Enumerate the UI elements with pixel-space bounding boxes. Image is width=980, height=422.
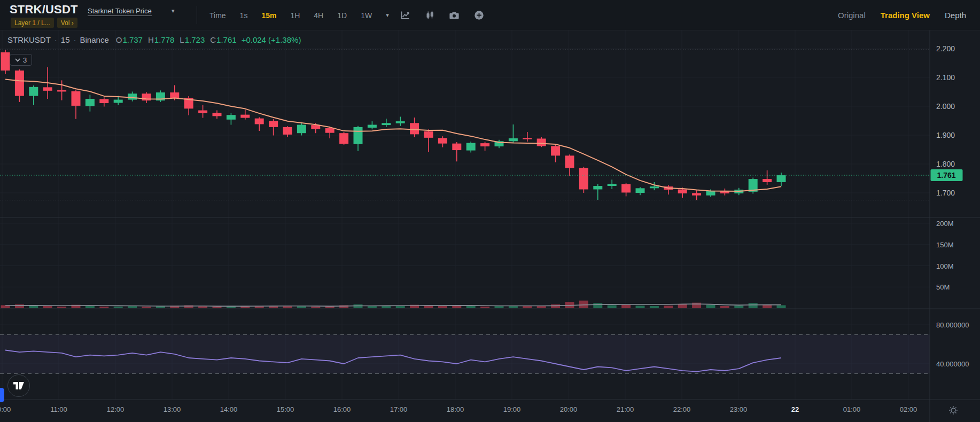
top-toolbar: STRK/USDT Starknet Token Price ▾ Layer 1… <box>0 0 980 30</box>
line-chart-icon[interactable] <box>400 10 410 21</box>
interval-4h[interactable]: 4H <box>314 11 323 20</box>
tradingview-logo-icon <box>13 381 25 390</box>
svg-text:16:00: 16:00 <box>333 405 351 413</box>
svg-text:21:00: 21:00 <box>617 405 634 413</box>
svg-text:12:00: 12:00 <box>107 405 125 413</box>
symbol-tag-1[interactable]: Vol › <box>57 18 77 28</box>
view-tab-trading-view[interactable]: Trading View <box>881 11 930 20</box>
indicator-count: 3 <box>23 56 27 64</box>
time-axis[interactable]: 10:0011:0012:0013:0014:0015:0016:0017:00… <box>0 405 917 413</box>
camera-icon[interactable] <box>449 10 460 21</box>
add-indicator-icon[interactable] <box>473 10 484 21</box>
svg-text:15:00: 15:00 <box>277 405 294 413</box>
svg-text:1.700: 1.700 <box>936 189 955 197</box>
interval-15m[interactable]: 15m <box>261 11 276 20</box>
svg-text:23:00: 23:00 <box>730 405 748 413</box>
svg-text:14:00: 14:00 <box>220 405 238 413</box>
symbol-tag-0[interactable]: Layer 1 / L... <box>11 18 54 28</box>
toolbar-divider <box>197 6 197 24</box>
symbol-tag-row: Layer 1 / L...Vol › <box>11 18 77 28</box>
interval-time[interactable]: Time <box>209 11 226 20</box>
interval-1d[interactable]: 1D <box>337 11 347 20</box>
price-chart-canvas[interactable]: 2.2002.1002.0001.9001.8001.700200M150M10… <box>0 0 980 422</box>
interval-1s[interactable]: 1s <box>240 11 248 20</box>
svg-text:200M: 200M <box>936 220 954 228</box>
indicators-collapse-badge[interactable]: 3 <box>10 54 32 66</box>
svg-text:1.800: 1.800 <box>936 160 955 168</box>
svg-text:150M: 150M <box>936 241 954 249</box>
svg-text:100M: 100M <box>936 262 954 270</box>
view-tab-depth[interactable]: Depth <box>945 11 966 20</box>
chart-tools <box>400 0 484 30</box>
svg-text:18:00: 18:00 <box>447 405 464 413</box>
view-tab-original[interactable]: Original <box>838 11 866 20</box>
last-price-tag: 1.761 <box>931 169 963 181</box>
symbol-subtitle-link[interactable]: Starknet Token Price <box>88 7 152 16</box>
price-axis[interactable]: 2.2002.1002.0001.9001.8001.700200M150M10… <box>936 44 969 368</box>
svg-text:1.761: 1.761 <box>937 171 955 179</box>
svg-text:1.900: 1.900 <box>936 131 955 139</box>
interval-selector: Time1s15m1H4H1D1W▾ <box>209 0 389 30</box>
svg-text:11:00: 11:00 <box>50 405 67 413</box>
svg-text:2.100: 2.100 <box>936 73 955 82</box>
svg-text:22: 22 <box>791 405 799 413</box>
interval-1w[interactable]: 1W <box>361 11 372 20</box>
svg-text:19:00: 19:00 <box>503 405 521 413</box>
interval-1h[interactable]: 1H <box>290 11 300 20</box>
svg-text:40.000000: 40.000000 <box>936 360 969 368</box>
svg-text:13:00: 13:00 <box>164 405 181 413</box>
candlestick-style-icon[interactable] <box>424 10 435 21</box>
chevron-down-icon <box>15 58 20 62</box>
range-lines <box>0 50 930 200</box>
trading-page: 2.2002.1002.0001.9001.8001.700200M150M10… <box>0 0 980 422</box>
svg-text:22:00: 22:00 <box>673 405 691 413</box>
svg-text:2.200: 2.200 <box>936 44 955 53</box>
floating-widget-handle[interactable] <box>0 388 4 402</box>
svg-text:17:00: 17:00 <box>390 405 408 413</box>
svg-text:80.000000: 80.000000 <box>936 321 969 329</box>
tradingview-logo[interactable] <box>7 374 30 397</box>
svg-text:2.000: 2.000 <box>936 102 955 111</box>
symbol-dropdown-caret-icon[interactable]: ▾ <box>172 7 175 14</box>
sun-icon[interactable] <box>946 403 961 417</box>
svg-text:02:00: 02:00 <box>900 405 917 413</box>
svg-text:01:00: 01:00 <box>843 405 861 413</box>
candlestick-series <box>1 50 786 200</box>
svg-text:20:00: 20:00 <box>560 405 578 413</box>
svg-text:10:00: 10:00 <box>0 405 11 413</box>
interval-dropdown-caret-icon[interactable]: ▾ <box>386 12 389 19</box>
symbol-title: STRK/USDT <box>10 3 78 17</box>
chart-view-tabs: OriginalTrading ViewDepth <box>838 0 966 30</box>
svg-text:50M: 50M <box>936 283 950 291</box>
